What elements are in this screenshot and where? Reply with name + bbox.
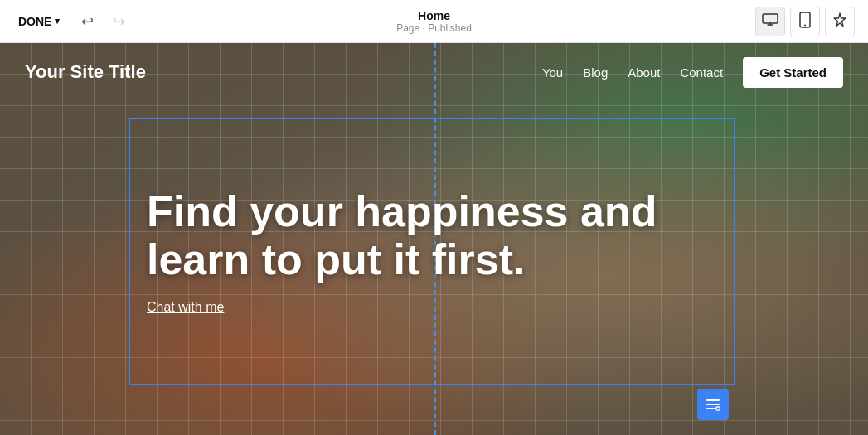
undo-icon: ↩ [81,12,94,31]
toolbar-center: Home Page · Published [396,9,472,34]
magic-button[interactable] [825,7,855,36]
redo-button[interactable]: ↪ [106,9,131,34]
preview-area: Your Site Title You Blog About Contact G… [0,43,868,435]
nav-link-about[interactable]: About [628,65,660,80]
site-navigation: Your Site Title You Blog About Contact G… [0,43,868,101]
svg-point-2 [804,24,806,26]
svg-rect-5 [706,408,715,409]
nav-link-contact[interactable]: Contact [680,65,723,80]
redo-icon: ↪ [113,12,125,31]
chevron-down-icon: ▾ [55,16,60,27]
toolbar: DONE ▾ ↩ ↪ Home Page · Published [0,0,868,43]
done-button[interactable]: DONE ▾ [13,12,65,31]
hero-headline: Find your happiness and learn to put it … [147,188,717,283]
hero-content-block[interactable]: Find your happiness and learn to put it … [129,118,735,385]
desktop-view-button[interactable] [755,7,785,36]
toolbar-right [755,7,855,36]
undo-redo-controls: ↩ ↪ [75,9,131,34]
page-status: Page · Published [396,22,472,34]
svg-rect-8 [717,408,720,410]
nav-links: You Blog About Contact Get Started [542,57,843,88]
nav-cta-button[interactable]: Get Started [743,57,843,88]
nav-link-blog[interactable]: Blog [583,65,608,80]
nav-link-you[interactable]: You [542,65,563,80]
mobile-view-button[interactable] [790,7,820,36]
done-label: DONE [18,15,51,28]
undo-button[interactable]: ↩ [75,9,99,34]
svg-rect-3 [706,399,720,401]
toolbar-left: DONE ▾ ↩ ↪ [13,9,131,34]
site-title: Your Site Title [25,61,146,83]
hero-cta-link[interactable]: Chat with me [147,300,717,315]
desktop-icon [762,13,778,30]
svg-rect-4 [706,404,720,405]
mobile-icon [799,12,811,31]
page-name: Home [396,9,472,22]
svg-rect-0 [763,14,778,23]
magic-icon [832,12,847,31]
content-settings-button[interactable] [697,389,729,420]
